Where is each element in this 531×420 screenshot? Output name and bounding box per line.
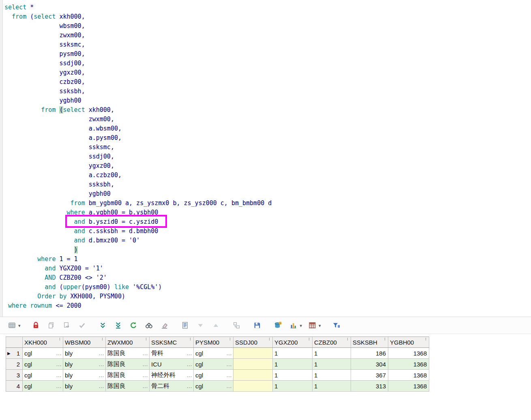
cell-pysm00[interactable]: cgl…	[194, 348, 233, 359]
cell-ssksmc[interactable]: 骨科…	[150, 348, 194, 359]
pivot-grid-button[interactable]	[306, 319, 318, 332]
cell-czbz00[interactable]: 1	[313, 359, 351, 370]
cell-ygbh00[interactable]: 1368	[388, 348, 429, 359]
cell-ygxz00[interactable]: 1	[273, 359, 313, 370]
row-number-cell[interactable]: ▶1	[6, 348, 23, 359]
post-changes-button[interactable]	[76, 319, 88, 332]
cell-ygxz00[interactable]: 1	[273, 348, 313, 359]
cell-edit-button[interactable]: …	[56, 361, 62, 367]
row-number-cell[interactable]: 2	[6, 359, 23, 370]
cell-edit-button[interactable]: …	[98, 383, 104, 389]
row-number-cell[interactable]: 4	[6, 381, 23, 392]
cell-edit-button[interactable]: …	[142, 383, 148, 389]
cell-ssdj00[interactable]	[233, 381, 273, 392]
filter-button[interactable]	[330, 319, 343, 332]
cell-edit-button[interactable]: …	[98, 372, 104, 378]
cell-ssksbh[interactable]: 186	[351, 348, 388, 359]
cell-czbz00[interactable]: 1	[313, 381, 351, 392]
copy-record-button[interactable]	[45, 319, 58, 332]
cell-edit-button[interactable]: …	[186, 350, 192, 356]
cell-value: 1	[274, 361, 278, 368]
fetch-next-page-button[interactable]	[97, 319, 109, 332]
sql-editor[interactable]: select * from (select xkh000, wbsm00, zw…	[0, 0, 531, 317]
cell-ygbh00[interactable]: 1368	[388, 370, 429, 381]
column-header-wbsm00[interactable]: WBSM00	[63, 337, 106, 348]
find-button[interactable]	[143, 319, 155, 332]
cell-zwxm00[interactable]: 陈国良…	[106, 370, 150, 381]
cell-wbsm00[interactable]: bly…	[63, 381, 106, 392]
cell-edit-button[interactable]: …	[186, 383, 192, 389]
column-header-ssdj00[interactable]: SSDJ00	[233, 337, 273, 348]
lock-record-button[interactable]	[30, 319, 42, 332]
plsql-sql-window: select * from (select xkh000, wbsm00, zw…	[0, 0, 531, 420]
row-number-cell[interactable]: 3	[6, 370, 23, 381]
cell-ygxz00[interactable]: 1	[273, 370, 313, 381]
sort-ascending-button[interactable]	[210, 319, 222, 332]
refresh-button[interactable]	[128, 319, 140, 332]
cell-edit-button[interactable]: …	[142, 350, 148, 356]
column-header-czbz00[interactable]: CZBZ00	[313, 337, 351, 348]
cell-edit-button[interactable]: …	[226, 350, 232, 356]
cell-ssdj00[interactable]	[233, 348, 273, 359]
cell-edit-button[interactable]: …	[186, 361, 192, 367]
cell-edit-button[interactable]: …	[98, 361, 104, 367]
pivot-grid-button-dropdown[interactable]: ▾	[319, 323, 321, 328]
cell-ssksmc[interactable]: 骨二科…	[150, 381, 194, 392]
cell-ssdj00[interactable]	[233, 370, 273, 381]
cell-pysm00[interactable]: cgl…	[194, 359, 233, 370]
cell-zwxm00[interactable]: 陈国良…	[106, 348, 150, 359]
chart-button-dropdown[interactable]: ▾	[300, 323, 302, 328]
cell-xkh000[interactable]: cgl…	[23, 348, 63, 359]
export-record-button[interactable]	[61, 319, 73, 332]
cell-pysm00[interactable]: cgl…	[194, 381, 233, 392]
cell-edit-button[interactable]: …	[56, 350, 62, 356]
grid-mode-button[interactable]	[6, 319, 18, 332]
row-selector-header[interactable]	[6, 337, 23, 348]
cell-ssksmc[interactable]: 神经外科…	[150, 370, 194, 381]
linked-query-button[interactable]	[231, 319, 243, 332]
cell-edit-button[interactable]: …	[56, 372, 62, 378]
fetch-last-page-button[interactable]	[112, 319, 124, 332]
cell-xkh000[interactable]: cgl…	[23, 370, 63, 381]
clear-button[interactable]	[158, 319, 171, 332]
grid-mode-button-dropdown[interactable]: ▾	[18, 323, 21, 328]
cell-edit-button[interactable]: …	[226, 372, 232, 378]
cell-wbsm00[interactable]: bly…	[63, 370, 106, 381]
cell-wbsm00[interactable]: bly…	[63, 359, 106, 370]
cell-zwxm00[interactable]: 陈国良…	[106, 359, 150, 370]
column-header-ygbh00[interactable]: YGBH00	[388, 337, 429, 348]
column-header-pysm00[interactable]: PYSM00	[194, 337, 233, 348]
cell-edit-button[interactable]: …	[56, 383, 62, 389]
cell-xkh000[interactable]: cgl…	[23, 359, 63, 370]
cell-ygxz00[interactable]: 1	[273, 381, 313, 392]
cell-ssdj00[interactable]	[233, 359, 273, 370]
export-to-database-button[interactable]	[272, 319, 284, 332]
save-results-button[interactable]	[251, 319, 263, 332]
cell-czbz00[interactable]: 1	[313, 348, 351, 359]
sort-descending-button[interactable]	[195, 319, 207, 332]
column-header-zwxm00[interactable]: ZWXM00	[106, 337, 150, 348]
column-header-ssksmc[interactable]: SSKSMC	[150, 337, 194, 348]
column-header-ygxz00[interactable]: YGXZ00	[273, 337, 313, 348]
cell-pysm00[interactable]: cgl…	[194, 370, 233, 381]
cell-ssksbh[interactable]: 367	[351, 370, 388, 381]
column-header-xkh000[interactable]: XKH000	[23, 337, 63, 348]
cell-czbz00[interactable]: 1	[313, 370, 351, 381]
cell-edit-button[interactable]: …	[226, 383, 232, 389]
cell-edit-button[interactable]: …	[142, 361, 148, 367]
cell-ygbh00[interactable]: 1368	[388, 359, 429, 370]
cell-edit-button[interactable]: …	[186, 372, 192, 378]
cell-xkh000[interactable]: cgl…	[23, 381, 63, 392]
cell-zwxm00[interactable]: 陈国良…	[106, 381, 150, 392]
cell-edit-button[interactable]: …	[226, 361, 232, 367]
cell-ssksbh[interactable]: 304	[351, 359, 388, 370]
column-header-ssksbh[interactable]: SSKSBH	[351, 337, 388, 348]
cell-edit-button[interactable]: …	[98, 350, 104, 356]
cell-ygbh00[interactable]: 1368	[388, 381, 429, 392]
cell-edit-button[interactable]: …	[142, 372, 148, 378]
report-button[interactable]	[179, 319, 191, 332]
cell-ssksmc[interactable]: ICU…	[150, 359, 194, 370]
chart-button[interactable]	[287, 319, 300, 332]
cell-ssksbh[interactable]: 313	[351, 381, 388, 392]
cell-wbsm00[interactable]: bly…	[63, 348, 106, 359]
